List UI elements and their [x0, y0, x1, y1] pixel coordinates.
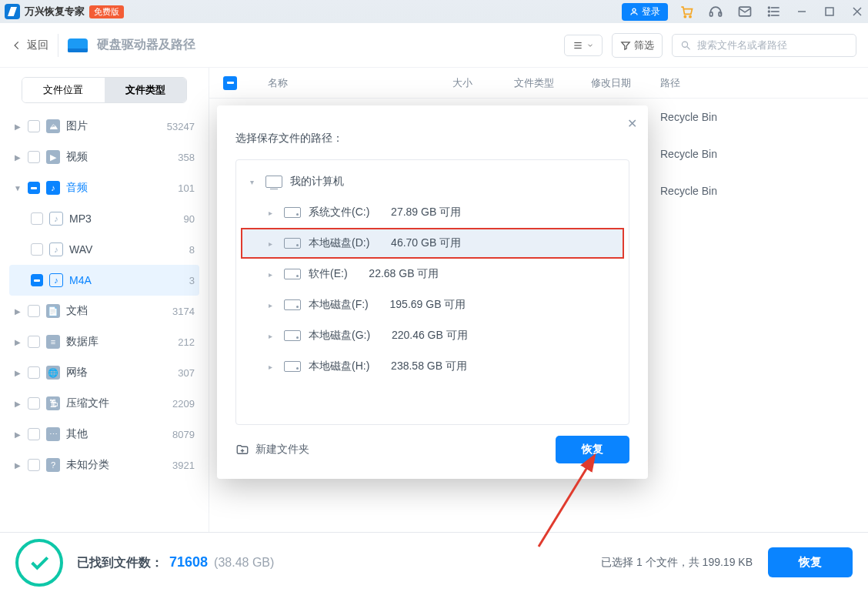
drive-icon	[284, 207, 301, 218]
drive-free: 46.70 GB 可用	[391, 236, 461, 250]
save-path-modal: ✕ 选择保存文件的路径： ▾我的计算机 ▸系统文件(C:) 27.89 GB 可…	[217, 105, 648, 479]
modal-recover-button[interactable]: 恢复	[556, 436, 629, 463]
new-folder-label: 新建文件夹	[255, 443, 309, 457]
modal-close-button[interactable]: ✕	[627, 116, 637, 131]
tree-drive-e[interactable]: ▸软件(E:) 22.68 GB 可用	[236, 259, 629, 289]
tree-drive-c[interactable]: ▸系统文件(C:) 27.89 GB 可用	[236, 197, 629, 228]
drive-icon	[284, 299, 301, 310]
tree-drive-h[interactable]: ▸本地磁盘(H:) 238.58 GB 可用	[236, 351, 629, 382]
drive-free: 220.46 GB 可用	[392, 329, 468, 343]
drive-free: 27.89 GB 可用	[391, 206, 461, 219]
modal-footer: 新建文件夹 恢复	[235, 436, 629, 463]
drive-label: 本地磁盘(H:)	[309, 360, 369, 373]
folder-plus-icon	[235, 443, 249, 457]
tree-drive-f[interactable]: ▸本地磁盘(F:) 195.69 GB 可用	[236, 289, 629, 320]
drive-icon	[284, 330, 301, 341]
drive-icon	[284, 269, 301, 279]
tree-drive-g[interactable]: ▸本地磁盘(G:) 220.46 GB 可用	[236, 320, 629, 351]
tree-root-label: 我的计算机	[290, 175, 344, 189]
modal-title: 选择保存文件的路径：	[235, 132, 629, 145]
new-folder-button[interactable]: 新建文件夹	[235, 443, 309, 457]
drive-icon	[284, 238, 301, 249]
drive-free: 22.68 GB 可用	[369, 267, 439, 281]
tree-root[interactable]: ▾我的计算机	[236, 166, 629, 197]
drive-icon	[284, 361, 301, 372]
drive-label: 软件(E:)	[309, 267, 348, 281]
path-tree: ▾我的计算机 ▸系统文件(C:) 27.89 GB 可用 ▸本地磁盘(D:) 4…	[235, 159, 629, 425]
drive-free: 238.58 GB 可用	[391, 360, 467, 373]
tree-drive-d[interactable]: ▸本地磁盘(D:) 46.70 GB 可用	[241, 228, 624, 259]
computer-icon	[265, 176, 282, 188]
drive-label: 本地磁盘(D:)	[309, 236, 369, 250]
drive-label: 本地磁盘(F:)	[309, 298, 369, 312]
drive-free: 195.69 GB 可用	[390, 298, 466, 312]
drive-label: 本地磁盘(G:)	[309, 329, 370, 343]
drive-label: 系统文件(C:)	[309, 206, 369, 219]
